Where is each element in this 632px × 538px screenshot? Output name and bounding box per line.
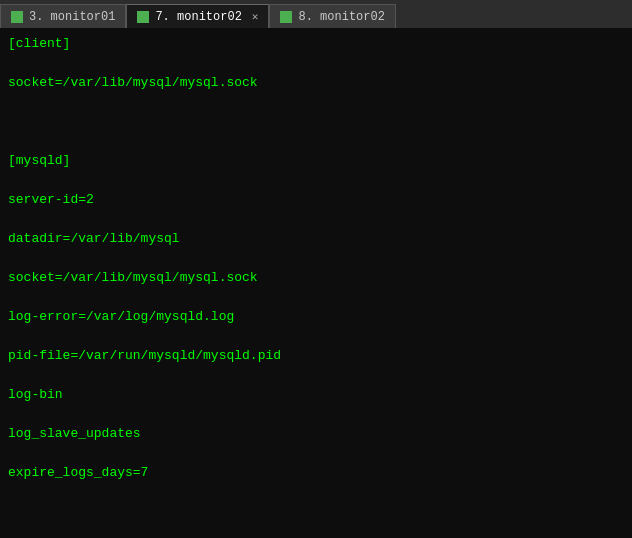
content-line: pid-file=/var/run/mysqld/mysqld.pid [8,346,624,366]
tab-bar: 3. monitor01 7. monitor02 ✕ 8. monitor02 [0,0,632,28]
tab-icon-2 [137,11,149,23]
content-line: server-id=2 [8,190,624,210]
content-line: socket=/var/lib/mysql/mysql.sock [8,73,624,93]
content-line: log_slave_updates [8,424,624,444]
content-line: log-error=/var/log/mysqld.log [8,307,624,327]
tab-monitor02-active[interactable]: 7. monitor02 ✕ [126,4,269,28]
tab-close-button[interactable]: ✕ [252,10,259,23]
content-line [8,112,624,132]
content-line [8,502,624,522]
tab-label-2: 7. monitor02 [155,10,241,24]
tab-label-1: 3. monitor01 [29,10,115,24]
tab-icon-1 [11,11,23,23]
content-line: [client] [8,34,624,54]
content-area: [client] socket=/var/lib/mysql/mysql.soc… [0,28,632,538]
content-line: datadir=/var/lib/mysql [8,229,624,249]
tab-icon-3 [280,11,292,23]
content-line: [mysqld] [8,151,624,171]
tab-label-3: 8. monitor02 [298,10,384,24]
content-line: socket=/var/lib/mysql/mysql.sock [8,268,624,288]
content-line: log-bin [8,385,624,405]
tab-monitor01[interactable]: 3. monitor01 [0,4,126,28]
content-line: expire_logs_days=7 [8,463,624,483]
tab-monitor02-3[interactable]: 8. monitor02 [269,4,395,28]
